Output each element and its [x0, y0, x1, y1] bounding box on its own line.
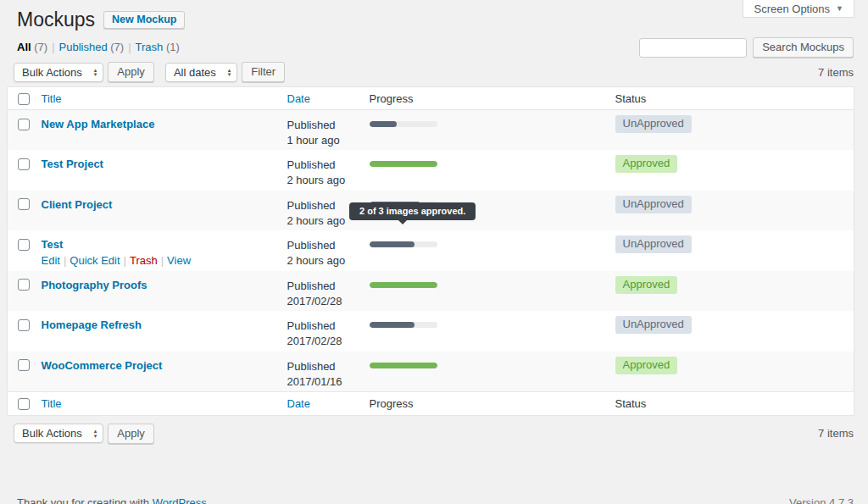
page-title: Mockups	[17, 8, 95, 31]
view-filter-links: All (7)|Published (7)|Trash (1)	[17, 37, 180, 53]
view-link-published[interactable]: Published (7)	[59, 41, 125, 53]
select-caret-icon: ▴▾	[94, 429, 97, 438]
row-action-edit[interactable]: Edit	[42, 254, 60, 267]
items-count-bottom: 7 items	[818, 427, 854, 440]
progress-bar[interactable]	[370, 121, 437, 127]
bulk-actions-select-bottom[interactable]: Bulk Actions ▴▾	[14, 424, 103, 443]
row-checkbox[interactable]	[18, 239, 30, 251]
row-checkbox[interactable]	[18, 158, 30, 170]
progress-bar-fill	[370, 241, 415, 247]
toolbar-top: Bulk Actions ▴▾ Apply All dates ▴▾ Filte…	[14, 61, 854, 83]
row-title-link[interactable]: Client Project	[42, 198, 113, 211]
row-checkbox[interactable]	[18, 359, 30, 371]
row-date-status: Published	[287, 318, 370, 334]
progress-bar-fill	[370, 322, 415, 328]
table-row: Test Project Published 2 hours ago Appro…	[8, 150, 854, 191]
row-date-status: Published	[287, 118, 370, 133]
status-badge: UnApproved	[615, 196, 692, 213]
column-footer-title[interactable]: Title	[42, 397, 62, 410]
row-date-value: 2017/02/28	[287, 334, 370, 349]
progress-tooltip: 2 of 3 images approved.	[349, 202, 476, 220]
column-header-title[interactable]: Title	[42, 92, 62, 105]
apply-button-bottom[interactable]: Apply	[108, 424, 154, 444]
view-separator: |	[128, 41, 131, 53]
bulk-actions-select[interactable]: Bulk Actions ▴▾	[14, 63, 103, 82]
status-badge: Approved	[615, 357, 678, 374]
bulk-actions-selected-value-bottom: Bulk Actions	[22, 427, 82, 440]
row-checkbox[interactable]	[18, 319, 30, 331]
progress-bar-fill	[370, 282, 437, 288]
wordpress-link[interactable]: WordPress	[153, 496, 207, 504]
row-action-separator: |	[161, 254, 164, 267]
row-action-separator: |	[124, 254, 126, 267]
progress-bar[interactable]	[370, 363, 437, 368]
dates-filter-select[interactable]: All dates ▴▾	[165, 63, 237, 82]
status-badge: UnApproved	[615, 115, 692, 133]
search-input[interactable]	[639, 38, 747, 58]
progress-bar[interactable]	[370, 282, 437, 288]
row-title-link[interactable]: Test	[42, 238, 64, 251]
row-title-link[interactable]: WooCommerce Project	[42, 359, 163, 372]
view-separator: |	[52, 41, 54, 53]
row-date-status: Published	[287, 238, 370, 253]
screen-options-button[interactable]: Screen Options ▼	[743, 0, 854, 18]
table-row: Photography Proofs Published 2017/02/28 …	[8, 271, 854, 312]
apply-button[interactable]: Apply	[108, 62, 154, 82]
table-row: Homepage Refresh Published 2017/02/28 Un…	[8, 311, 854, 352]
progress-bar-fill	[370, 161, 437, 167]
row-date-value: 1 hour ago	[287, 133, 370, 148]
column-header-progress: Progress	[370, 92, 414, 105]
row-date-value: 2017/01/16	[287, 374, 370, 390]
bulk-actions-selected-value: Bulk Actions	[22, 66, 82, 79]
row-checkbox[interactable]	[18, 119, 30, 130]
screen-options-label: Screen Options	[754, 3, 830, 15]
filter-button[interactable]: Filter	[242, 62, 285, 82]
row-action-view[interactable]: View	[167, 254, 191, 267]
table-header: Title Date Progress Status	[8, 87, 854, 110]
toolbar-bottom-controls: Bulk Actions ▴▾ Apply	[14, 424, 154, 444]
view-link-trash[interactable]: Trash (1)	[136, 41, 180, 53]
table-footer-header: Title Date Progress Status	[8, 391, 854, 415]
row-title-link[interactable]: Test Project	[42, 158, 103, 170]
dates-filter-selected-value: All dates	[174, 66, 216, 79]
row-date-value: 2 hours ago	[287, 173, 370, 188]
table-row: WooCommerce Project Published 2017/01/16…	[8, 352, 854, 392]
row-actions: Edit|Quick Edit|Trash|View	[42, 254, 287, 267]
toolbar-bottom: Bulk Actions ▴▾ Apply 7 items	[14, 423, 854, 445]
row-checkbox[interactable]	[18, 279, 30, 291]
column-header-date[interactable]: Date	[287, 92, 310, 105]
footer-thanks: Thank you for creating with WordPress.	[17, 496, 209, 504]
new-mockup-button[interactable]: New Mockup	[103, 11, 185, 29]
select-all-checkbox[interactable]	[18, 93, 30, 105]
progress-bar[interactable]	[370, 241, 437, 247]
search-box: Search Mockups	[639, 37, 854, 58]
footer-version: Version 4.7.3	[789, 496, 854, 504]
table-body: New App Marketplace Published 1 hour ago…	[8, 110, 854, 392]
row-action-quick-edit[interactable]: Quick Edit	[70, 254, 120, 267]
row-checkbox[interactable]	[18, 198, 30, 210]
row-title-link[interactable]: Homepage Refresh	[42, 318, 142, 331]
search-mockups-button[interactable]: Search Mockups	[753, 37, 854, 58]
row-title-link[interactable]: New App Marketplace	[42, 118, 155, 130]
row-title-link[interactable]: Photography Proofs	[42, 279, 147, 291]
progress-bar[interactable]	[370, 161, 437, 167]
column-footer-date[interactable]: Date	[287, 397, 310, 410]
row-date-value: 2017/02/28	[287, 294, 370, 309]
row-date-status: Published	[287, 158, 370, 173]
mockups-table: Title Date Progress Status New App Marke…	[7, 86, 854, 416]
row-action-separator: |	[64, 254, 66, 267]
status-badge: UnApproved	[615, 235, 692, 253]
column-footer-progress: Progress	[370, 397, 414, 410]
views-and-search-row: All (7)|Published (7)|Trash (1) Search M…	[17, 37, 854, 58]
select-all-checkbox-bottom[interactable]	[18, 398, 30, 410]
column-header-status: Status	[615, 92, 647, 105]
table-row: New App Marketplace Published 1 hour ago…	[8, 110, 854, 151]
progress-bar[interactable]	[370, 322, 437, 328]
status-badge: Approved	[615, 155, 678, 173]
row-action-trash[interactable]: Trash	[130, 254, 158, 267]
chevron-down-icon: ▼	[836, 4, 843, 13]
progress-bar-fill	[370, 121, 397, 127]
view-link-all[interactable]: All (7)	[17, 41, 47, 53]
select-caret-icon: ▴▾	[94, 68, 97, 77]
items-count-top: 7 items	[818, 66, 854, 79]
